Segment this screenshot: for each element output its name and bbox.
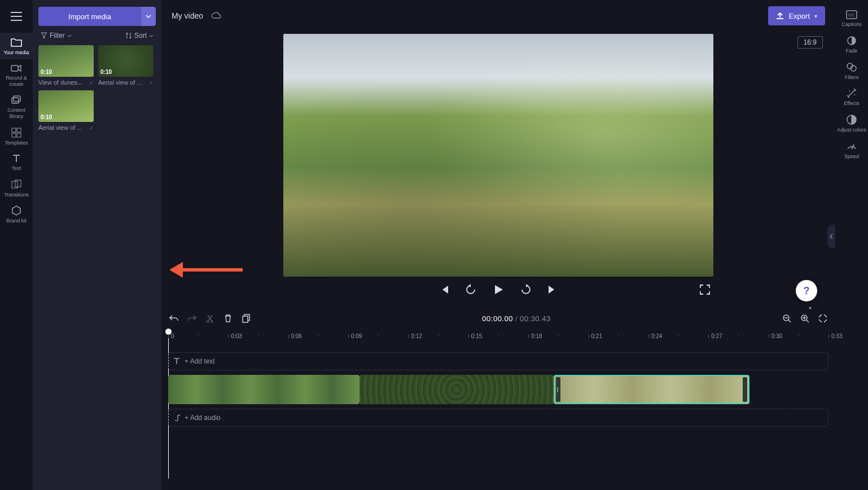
ruler-tick: 0:06 [288,334,289,338]
sidebar-item-brand-kit[interactable]: Brand kit [0,201,33,228]
timeline-ruler[interactable]: 00:030:060:090:120:150:180:210:240:270:3… [168,332,828,348]
chevron-down-icon [149,34,154,37]
undo-button[interactable] [169,314,178,323]
ruler-tick: 0:30 [769,334,769,338]
svg-rect-3 [12,128,16,132]
media-duration: 0:10 [41,114,52,120]
svg-point-21 [849,90,850,91]
split-button[interactable] [205,314,214,323]
ruler-tick-minor [198,334,199,336]
expand-right-panel-button[interactable] [827,225,835,248]
ruler-tick: 0:15 [468,334,469,338]
filters-icon [846,62,857,72]
video-track[interactable]: || || [168,375,828,404]
rewind-button[interactable] [465,284,476,295]
add-text-button[interactable]: + Add text [173,357,215,365]
sidebar-item-record-create[interactable]: Record & create [0,59,33,91]
hamburger-icon [11,12,22,21]
library-icon [11,95,22,105]
ruler-tick-minor [498,334,499,336]
export-button[interactable]: Export ▾ [768,6,825,25]
aspect-ratio-button[interactable]: 16:9 [797,36,823,49]
fullscreen-button[interactable] [700,285,710,295]
ruler-tick: 0:12 [408,334,409,338]
skip-back-button[interactable] [439,285,449,295]
upload-icon [776,12,784,20]
adjust-colors-icon [847,115,857,125]
filter-icon [41,32,47,39]
zoom-out-button[interactable] [782,314,791,323]
sidebar-label: Text [12,165,21,172]
video-clip[interactable] [168,375,360,404]
video-clip-selected[interactable]: || || [554,375,749,404]
sidebar-item-content-library[interactable]: Content library [0,90,33,123]
zoom-fit-button[interactable] [818,314,827,323]
help-button[interactable]: ? [796,280,817,301]
sidebar-item-your-media[interactable]: Your media [0,33,33,59]
media-panel: Import media Filter Sort 0:10 View of du… [33,0,161,490]
text-track[interactable]: + Add text [168,352,828,370]
duplicate-button[interactable] [242,314,251,323]
media-item[interactable]: 0:10 Aerial view of ...✓ [98,45,154,86]
media-item[interactable]: 0:10 Aerial view of ...✓ [38,90,94,131]
media-item[interactable]: 0:10 View of dunes...✓ [38,45,94,86]
play-button[interactable] [492,283,505,296]
sidebar-item-templates[interactable]: Templates [0,123,33,150]
help-chevron[interactable]: ▾ [809,305,812,311]
sidebar-item-adjust-colors[interactable]: Adjust colors [835,110,868,137]
left-sidebar: Your media Record & create Content libra… [0,0,33,490]
ruler-tick-minor [738,334,739,336]
media-thumbnail: 0:10 [38,45,94,77]
video-clip[interactable] [360,375,554,404]
audio-track[interactable]: + Add audio [168,409,828,427]
chevron-down-icon [146,15,151,18]
ruler-tick-minor [799,334,799,336]
sidebar-label: Content library [1,107,32,120]
ruler-tick: 0 [168,334,169,338]
delete-button[interactable] [223,314,233,323]
sidebar-item-filters[interactable]: Filters [835,58,868,84]
svg-rect-2 [14,96,20,102]
timeline-tracks: + Add text || || + Add audio [168,352,828,431]
skip-forward-button[interactable] [547,285,558,295]
check-icon: ✓ [149,80,154,86]
zoom-in-button[interactable] [800,314,809,323]
sidebar-item-text[interactable]: Text [0,150,33,175]
video-preview[interactable] [283,34,713,277]
add-audio-button[interactable]: + Add audio [173,414,221,422]
clip-handle-right[interactable]: || [745,387,747,392]
sidebar-item-transitions[interactable]: Transitions [0,175,33,202]
sidebar-label: Your media [3,50,29,56]
ruler-tick: 0:27 [708,334,709,338]
fade-icon [847,36,857,46]
svg-rect-6 [17,133,21,137]
check-icon: ✓ [89,125,94,131]
chevron-left-icon [830,234,833,239]
annotation-arrow [169,256,243,283]
sidebar-item-speed[interactable]: Speed [835,137,868,163]
cloud-sync-icon[interactable] [211,12,221,20]
forward-button[interactable] [520,284,532,295]
sidebar-label: Templates [5,140,28,146]
media-duration: 0:10 [100,69,112,75]
clip-handle-left[interactable]: || [556,387,558,392]
sidebar-item-fade[interactable]: Fade [835,31,868,58]
svg-point-22 [854,94,855,95]
right-sidebar: CC Captions Fade Filters Effects Adjust … [835,0,868,490]
ruler-tick-minor [678,334,679,336]
import-media-dropdown[interactable] [141,7,156,26]
ruler-tick: 0:24 [648,334,649,338]
sort-button[interactable]: Sort [125,32,154,40]
ruler-tick-minor [439,334,439,336]
project-title[interactable]: My video [172,11,203,20]
redo-button[interactable] [187,314,196,323]
transport-controls [283,283,713,296]
import-media-button[interactable]: Import media [38,7,141,26]
filter-button[interactable]: Filter [41,32,72,40]
media-title: Aerial view of ... [98,79,142,86]
ruler-tick: 0:09 [348,334,349,338]
sidebar-item-effects[interactable]: Effects [835,84,868,110]
ruler-tick-minor [619,334,619,336]
sidebar-item-captions[interactable]: CC Captions [835,6,868,31]
menu-button[interactable] [0,0,33,33]
